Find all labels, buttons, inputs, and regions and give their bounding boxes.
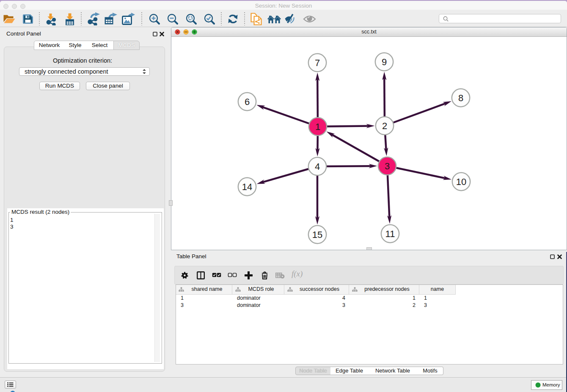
- svg-text:4: 4: [315, 161, 320, 172]
- svg-text:2: 2: [382, 121, 387, 131]
- svg-text:11: 11: [385, 229, 395, 239]
- svg-text:10: 10: [456, 177, 466, 187]
- svg-text:15: 15: [312, 229, 322, 240]
- svg-text:6: 6: [245, 97, 250, 107]
- svg-text:7: 7: [315, 58, 320, 68]
- svg-text:9: 9: [382, 57, 387, 67]
- svg-text:14: 14: [242, 182, 252, 192]
- svg-text:1: 1: [315, 121, 320, 132]
- svg-text:8: 8: [458, 93, 463, 103]
- svg-text:3: 3: [385, 161, 390, 171]
